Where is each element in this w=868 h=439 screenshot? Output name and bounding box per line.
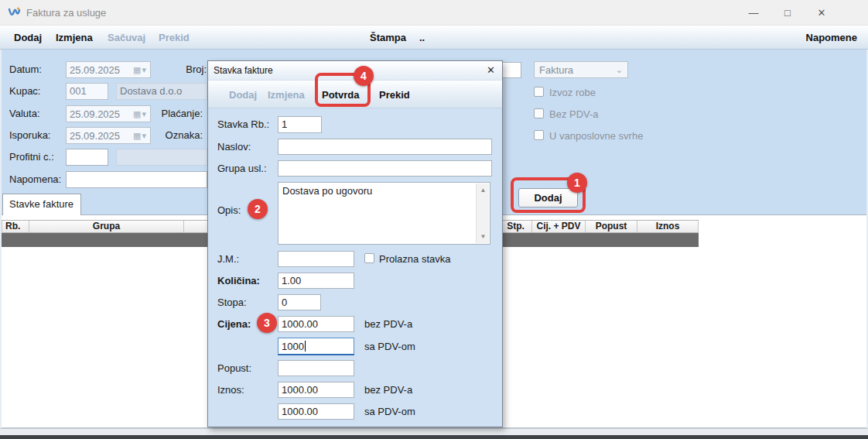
- scrollbar-down-icon[interactable]: ▼: [477, 233, 490, 240]
- vanposlovne-checkbox: [534, 130, 544, 140]
- prolazna-stavka-label: Prolazna stavka: [379, 253, 451, 265]
- broj-label: Broj:: [176, 63, 207, 75]
- iznos-sa-pdv-label: sa PDV-om: [364, 406, 415, 417]
- text-caret: [305, 341, 306, 352]
- toolbar-dodaj[interactable]: Dodaj: [14, 32, 42, 43]
- col-popust[interactable]: Popust: [586, 221, 637, 232]
- col-rb[interactable]: Rb.: [2, 221, 29, 232]
- calendar-icon: ▦▾: [133, 65, 147, 75]
- kolicina-label: Količina:: [217, 275, 260, 286]
- stopa-input[interactable]: 0: [278, 294, 321, 310]
- minimize-icon[interactable]: —: [741, 5, 766, 22]
- bez-pdv-checkbox: [534, 108, 544, 118]
- napomena-label: Napomena:: [9, 173, 61, 185]
- maximize-icon[interactable]: □: [775, 5, 800, 22]
- annotation-badge-3: 3: [257, 313, 277, 333]
- kupac-name-field: Dostava d.o.o: [116, 83, 207, 100]
- vanposlovne-label: U vanposlovne svrhe: [549, 130, 643, 142]
- napomena-input[interactable]: [66, 171, 207, 188]
- cijena-label: Cijena:: [217, 318, 251, 330]
- iznos-bez-pdv-label: bez PDV-a: [364, 384, 412, 396]
- tab-stavke-fakture[interactable]: Stavke fakture: [2, 194, 81, 215]
- grupa-usl-label: Grupa usl.:: [217, 163, 267, 174]
- title-bar: Faktura za usluge — □ ✕: [0, 0, 868, 26]
- toolbar-sacuvaj: Sačuvaj: [108, 32, 145, 43]
- profitni-label: Profitni c.:: [9, 151, 54, 163]
- opis-label: Opis:: [217, 204, 241, 216]
- valuta-label: Valuta:: [9, 108, 40, 119]
- window-bottom-bar: [0, 435, 868, 439]
- jm-input[interactable]: [278, 251, 354, 267]
- iznos-label: Iznos:: [217, 384, 244, 396]
- izvoz-robe-checkbox: [534, 87, 544, 97]
- toolbar-more[interactable]: ..: [419, 32, 425, 43]
- naslov-input[interactable]: [278, 139, 492, 155]
- bez-pdv-label: Bez PDV-a: [549, 108, 599, 120]
- placanje-label: Plaćanje:: [155, 108, 203, 119]
- opis-textarea[interactable]: Dostava po ugovoru ▲ ▼: [278, 182, 490, 245]
- calendar-icon: ▦▾: [133, 109, 147, 119]
- dialog-title: Stavka fakture: [214, 65, 273, 76]
- annotation-badge-4: 4: [354, 66, 374, 86]
- datum-input: 25.09.2025 ▦▾: [66, 61, 151, 78]
- popust-label: Popust:: [217, 362, 251, 374]
- window-title: Faktura za usluge: [26, 7, 106, 19]
- toolbar-izmjena[interactable]: Izmjena: [56, 32, 93, 43]
- cijena-sa-pdv-label: sa PDV-om: [364, 341, 415, 352]
- kolicina-input[interactable]: 1.00: [278, 273, 354, 289]
- cijena-bez-pdv-input[interactable]: 1000.00: [278, 316, 354, 332]
- app-icon: [8, 6, 21, 19]
- document-type-select: Faktura ⌄: [534, 61, 628, 78]
- annotation-badge-1: 1: [567, 173, 587, 193]
- chevron-down-icon: ⌄: [616, 65, 623, 75]
- dialog-toolbar-izmjena: Izmjena: [268, 89, 305, 101]
- col-stp[interactable]: Stp.: [500, 221, 532, 232]
- window-bottom-strip: [0, 428, 868, 435]
- profitni-name-field: [116, 149, 207, 166]
- cijena-bez-pdv-label: bez PDV-a: [364, 318, 412, 330]
- dialog-toolbar-prekid[interactable]: Prekid: [379, 89, 410, 101]
- grupa-usl-input[interactable]: [278, 160, 492, 177]
- stavka-fakture-dialog: Stavka fakture ✕ Dodaj Izmjena Potvrda P…: [207, 60, 503, 427]
- stavka-rb-input[interactable]: 1: [278, 116, 322, 133]
- col-iznos[interactable]: Iznos: [637, 221, 699, 232]
- stopa-label: Stopa:: [217, 297, 247, 308]
- jm-label: J.M.:: [217, 253, 239, 265]
- popust-input[interactable]: [278, 360, 354, 376]
- valuta-input: 25.09.2025 ▦▾: [66, 105, 151, 122]
- toolbar-prekid: Prekid: [159, 32, 190, 43]
- annotation-badge-2: 2: [248, 199, 268, 219]
- isporuka-label: Isporuka:: [9, 129, 50, 141]
- scrollbar-up-icon[interactable]: ▲: [477, 187, 490, 194]
- close-icon[interactable]: ✕: [809, 5, 834, 22]
- stavka-rb-label: Stavka Rb.:: [217, 118, 269, 130]
- iznos-bez-pdv-input[interactable]: 1000.00: [278, 382, 354, 398]
- izvoz-robe-label: Izvoz robe: [549, 87, 596, 98]
- kupac-label: Kupac:: [9, 85, 40, 97]
- dialog-toolbar-dodaj: Dodaj: [229, 89, 257, 101]
- naslov-label: Naslov:: [217, 141, 251, 153]
- cijena-sa-pdv-input[interactable]: 1000: [278, 338, 354, 355]
- profitni-input[interactable]: [66, 149, 108, 166]
- calendar-icon: ▦▾: [133, 131, 147, 141]
- oznaka-label: Oznaka:: [161, 129, 203, 141]
- kupac-code-input: 001: [66, 83, 108, 100]
- col-cij-pdv[interactable]: Cij. + PDV: [532, 221, 586, 232]
- prolazna-stavka-checkbox[interactable]: [364, 253, 374, 263]
- toolbar-napomene[interactable]: Napomene: [806, 32, 857, 43]
- opis-scrollbar[interactable]: ▲ ▼: [476, 183, 489, 243]
- iznos-sa-pdv-input[interactable]: 1000.00: [278, 403, 354, 420]
- main-toolbar: Dodaj Izmjena Sačuvaj Prekid Štampa .. N…: [0, 26, 868, 50]
- isporuka-input: 25.09.2025 ▦▾: [66, 127, 151, 144]
- dialog-close-icon[interactable]: ✕: [487, 64, 495, 76]
- datum-label: Datum:: [9, 63, 42, 75]
- col-grupa[interactable]: Grupa: [29, 221, 184, 232]
- toolbar-stampa[interactable]: Štampa: [370, 32, 406, 43]
